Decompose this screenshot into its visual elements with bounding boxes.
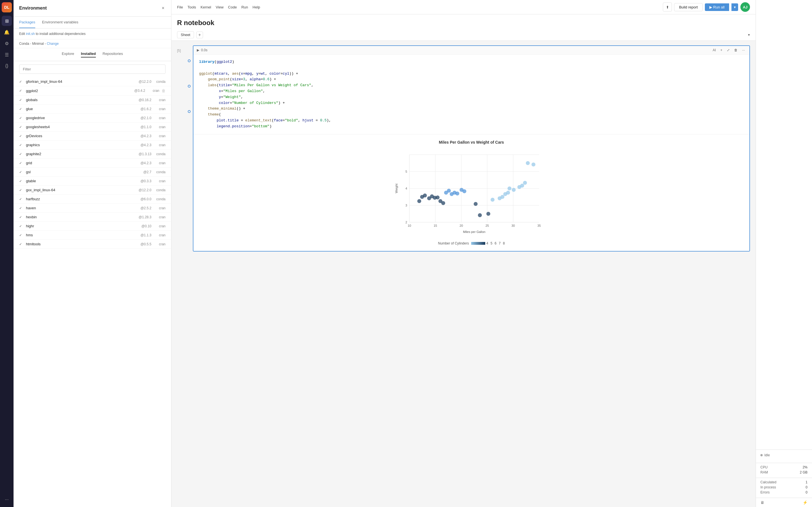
svg-text:5: 5	[405, 170, 407, 173]
share-button[interactable]: ⬆	[663, 3, 672, 11]
chart-title: Miles Per Gallon vs Weight of Cars	[439, 140, 504, 145]
svg-point-31	[523, 181, 527, 185]
pkg-version: @1.6.2	[140, 107, 151, 111]
cpu-sidebar-icon[interactable]: 🖥	[760, 500, 764, 505]
gpu-sidebar-icon[interactable]: ⚡	[803, 500, 808, 505]
pkg-check-icon: ✓	[19, 233, 24, 237]
top-actions: ⬆ Build report ▶ Run all ▾ AJ	[663, 2, 750, 12]
run-time: 0.0s	[201, 48, 207, 52]
pkg-version: @4.2.3	[140, 134, 151, 138]
scatter-chart: 2 3 4 5 10 15 20 25 30 35	[393, 149, 550, 239]
tab-packages[interactable]: Packages	[19, 17, 35, 28]
cells-container: [5] ▶ 0.0s AI + ⤢	[171, 41, 756, 507]
nav-kernel[interactable]: Kernel	[200, 4, 211, 10]
ram-metric: RAM 2 GB	[760, 470, 808, 474]
pkg-version: @3.4.2	[134, 89, 145, 93]
pkg-delete-icon[interactable]: 🗑	[161, 89, 165, 93]
list-item: ✓ ggplot2 @3.4.2 cran 🗑	[13, 86, 171, 96]
sheet-tab[interactable]: Sheet	[177, 31, 194, 38]
cpu-label: CPU	[760, 465, 767, 469]
svg-point-35	[447, 189, 451, 193]
delete-cell-icon[interactable]: 🗑	[733, 48, 739, 53]
filter-input[interactable]	[19, 64, 165, 74]
svg-point-25	[512, 188, 516, 192]
run-dropdown-button[interactable]: ▾	[731, 3, 738, 11]
right-sidebar-top	[756, 0, 812, 450]
pkg-source: cran	[151, 179, 165, 183]
more-options-icon[interactable]: ···	[741, 48, 746, 53]
nav-help[interactable]: Help	[253, 4, 260, 10]
sidebar-settings-icon[interactable]: ⚙	[2, 38, 12, 48]
avatar: AJ	[741, 2, 750, 12]
pkg-version: @12.2.0	[139, 80, 151, 83]
pkg-name: globals	[26, 98, 137, 102]
add-sheet-button[interactable]: +	[196, 32, 203, 38]
cell-main: ▶ 0.0s AI + ⤢ 🗑 ··· library(ggplot2)	[193, 45, 750, 251]
pkg-check-icon: ✓	[19, 152, 24, 156]
pkg-source: cran	[151, 215, 165, 219]
svg-text:10: 10	[408, 224, 411, 227]
pkg-name: grDevices	[26, 134, 139, 138]
list-item: ✓ htmltools @0.5.5 cran	[13, 240, 171, 249]
svg-point-50	[474, 202, 477, 206]
nav-run[interactable]: Run	[241, 4, 248, 10]
list-item: ✓ highr @0.10 cran	[13, 222, 171, 231]
in-process-label: In process	[760, 485, 776, 489]
pkg-check-icon: ✓	[19, 107, 24, 111]
sidebar-list-icon[interactable]: ☰	[2, 50, 12, 60]
tab-env-variables[interactable]: Environment variables	[42, 17, 79, 28]
pkg-version: @0.5.5	[140, 242, 151, 246]
pkg-version: @1.1.3	[140, 233, 151, 237]
tab-repositories[interactable]: Repositories	[103, 52, 123, 57]
pkg-source: conda	[151, 80, 165, 83]
ram-value: 2 GB	[800, 470, 808, 474]
nav-code[interactable]: Code	[228, 4, 237, 10]
status-dot	[760, 454, 763, 456]
pkg-source: conda	[151, 152, 165, 156]
legend-val-4: 4	[486, 241, 488, 245]
sidebar-packages-icon[interactable]: ⊞	[2, 16, 12, 26]
status-section: Idle	[756, 450, 812, 463]
cell-code[interactable]: library(ggplot2) ggplot(mtcars, aes(x=mp…	[193, 55, 749, 134]
add-cell-icon[interactable]: +	[719, 48, 723, 53]
sidebar-more-icon[interactable]: ···	[2, 495, 12, 505]
pkg-source: cran	[151, 233, 165, 237]
svg-point-28	[507, 186, 511, 190]
pkg-version: @1.1.0	[140, 125, 151, 129]
svg-text:2: 2	[405, 221, 407, 224]
change-conda-link[interactable]: Change	[47, 42, 59, 46]
svg-text:25: 25	[486, 224, 489, 227]
build-report-button[interactable]: Build report	[674, 3, 702, 11]
pkg-name: hexbin	[26, 215, 137, 219]
cell-dot-top	[188, 59, 191, 62]
notebook-header: R notebook	[171, 14, 756, 29]
sidebar-code-icon[interactable]: {}	[2, 61, 12, 71]
ai-icon[interactable]: AI	[712, 48, 717, 53]
pkg-source: cran	[151, 98, 165, 102]
pkg-name: googlesheets4	[26, 125, 139, 129]
nav-tools[interactable]: Tools	[188, 4, 196, 10]
pkg-name: gtable	[26, 179, 139, 183]
sheet-dropdown[interactable]: ▾	[748, 33, 750, 37]
sidebar-bell-icon[interactable]: 🔔	[2, 27, 12, 37]
svg-point-47	[436, 195, 440, 200]
svg-point-40	[462, 189, 466, 193]
init-sh-link[interactable]: init.sh	[26, 32, 35, 36]
svg-text:Miles per Gallon: Miles per Gallon	[463, 230, 485, 233]
pkg-name: highr	[26, 224, 140, 228]
svg-point-32	[526, 161, 530, 165]
run-all-button[interactable]: ▶ Run all	[705, 3, 729, 11]
nav-view[interactable]: View	[216, 4, 223, 10]
tab-explore[interactable]: Explore	[62, 52, 74, 57]
tab-installed[interactable]: Installed	[81, 52, 96, 57]
pkg-source: cran	[151, 125, 165, 129]
close-button[interactable]: ×	[161, 4, 165, 12]
app-logo: DL	[2, 2, 12, 12]
list-item: ✓ hexbin @1.28.3 cran	[13, 213, 171, 222]
pkg-name: googledrive	[26, 116, 139, 120]
list-item: ✓ haven @2.5.2 cran	[13, 204, 171, 213]
move-icon[interactable]: ⤢	[726, 48, 731, 53]
nav-file[interactable]: File	[177, 4, 183, 10]
sidebar-bottom-icons: 🖥 ⚡	[756, 498, 812, 507]
errors-row: Errors 0	[760, 490, 808, 494]
